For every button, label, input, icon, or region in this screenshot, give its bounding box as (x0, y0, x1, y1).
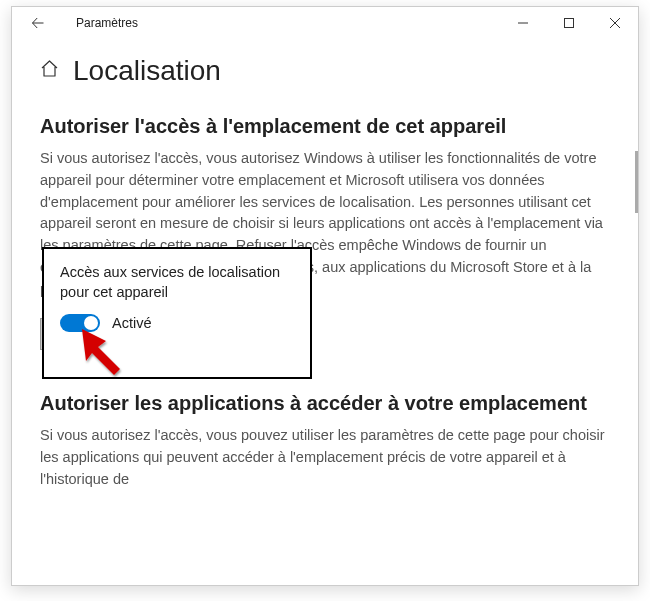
section1-title: Autoriser l'accès à l'emplacement de cet… (40, 115, 610, 138)
maximize-button[interactable] (546, 7, 592, 39)
location-access-callout: Accès aux services de localisation pour … (42, 247, 312, 379)
page-title: Localisation (73, 55, 221, 87)
window-controls (500, 7, 638, 39)
home-icon[interactable] (40, 59, 59, 83)
callout-title: Accès aux services de localisation pour … (60, 263, 294, 302)
toggle-knob (84, 316, 98, 330)
section2-title: Autoriser les applications à accéder à v… (40, 392, 610, 415)
close-icon (610, 18, 620, 28)
svg-rect-1 (565, 19, 574, 28)
window-title: Paramètres (76, 16, 138, 30)
toggle-state-label: Activé (112, 315, 152, 331)
back-button[interactable] (18, 7, 58, 39)
scrollbar-thumb[interactable] (635, 151, 638, 213)
scrollbar[interactable] (632, 39, 638, 585)
toggle-row: Activé (60, 314, 294, 332)
section2-body: Si vous autorisez l'accès, vous pouvez u… (40, 425, 610, 490)
location-toggle[interactable] (60, 314, 100, 332)
settings-window: Paramètres Localisation Autoriser l'accè… (11, 6, 639, 586)
page-header: Localisation (40, 55, 610, 87)
maximize-icon (564, 18, 574, 28)
titlebar: Paramètres (12, 7, 638, 39)
back-arrow-icon (31, 16, 45, 30)
minimize-button[interactable] (500, 7, 546, 39)
minimize-icon (518, 18, 528, 28)
close-button[interactable] (592, 7, 638, 39)
